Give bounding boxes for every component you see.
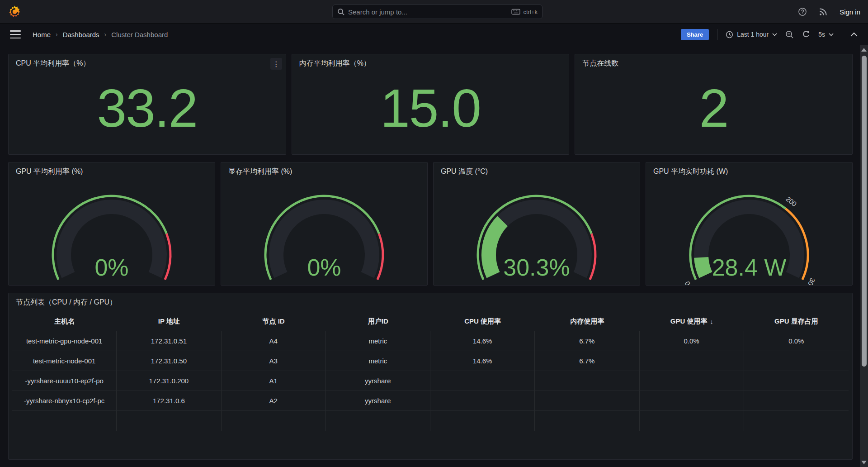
panel-title: 内存平均利用率（%） [292,54,569,71]
gauge-threshold-label: 0 [683,280,692,286]
table-cell [117,411,221,431]
table-cell [744,351,849,371]
table-row: test-metric-node-001172.31.0.50A3metric1… [12,351,849,371]
table-cell [222,411,326,431]
table-header-user-id[interactable]: 用户ID [326,312,430,331]
search-bar[interactable]: ctrl+k [332,5,542,19]
gauge-threshold-label: 300 [805,277,816,286]
table-header-gpu-usage-label: GPU 使用率 [670,317,708,326]
table-cell: -yyrshare-nbnyx10-cp2f-pc [12,391,117,410]
share-button[interactable]: Share [681,29,709,40]
refresh-interval-picker[interactable]: 5s [818,31,834,38]
panel-node-list-table: 节点列表（CPU / 内存 / GPU） 主机名 IP 地址 节点 ID 用户I… [8,293,853,460]
table-header-node-id[interactable]: 节点 ID [222,312,326,331]
gauge-panel-row: GPU 平均利用率 (%) 0% 显存平均利用率 (%) 0% GPU 温度 (… [8,162,853,286]
table-cell: A3 [222,351,326,371]
chevron-down-icon [772,33,777,36]
panel-cpu-avg-utilization: CPU 平均利用率（%） ⋮ 33.2 [8,54,286,155]
table-cell [640,391,744,410]
chevron-right-icon: › [56,31,58,38]
toolbar-divider [842,29,842,40]
chevron-right-icon: › [104,31,107,38]
dashboard-canvas: CPU 平均利用率（%） ⋮ 33.2 内存平均利用率（%） 15.0 节点在线… [8,45,853,460]
node-table: 主机名 IP 地址 节点 ID 用户ID CPU 使用率 内存使用率 GPU 使… [12,312,849,431]
panel-title: 节点在线数 [575,54,852,71]
panel-title: GPU 平均利用率 (%) [9,162,215,180]
table-cell: 172.31.0.6 [117,391,221,410]
table-row: -yyrshare-uuuu10-ep2f-po172.31.0.200A1yy… [12,371,849,391]
table-cell [535,411,639,431]
table-cell: 14.6% [430,331,535,351]
table-empty-row [12,411,849,431]
chevron-down-icon [829,33,834,36]
table-cell: test-metric-node-001 [12,351,117,371]
table-cell [535,391,639,410]
stat-panel-row: CPU 平均利用率（%） ⋮ 33.2 内存平均利用率（%） 15.0 节点在线… [8,54,853,155]
refresh-icon[interactable] [802,30,810,38]
toolbar-right-cluster: Share Last 1 hour 5s [681,29,858,40]
table-cell: -yyrshare-uuuu10-ep2f-po [12,371,117,391]
gpu-power-gauge: 020030028.4 W [646,178,853,285]
table-row: test-metric-gpu-node-001172.31.0.51A4met… [12,331,849,351]
search-input[interactable] [348,8,508,16]
panel-title: GPU 平均实时功耗 (W) [646,162,852,180]
table-cell: 172.31.0.200 [117,371,221,391]
table-cell [430,391,535,410]
panel-menu-kebab-icon[interactable]: ⋮ [270,58,282,70]
search-shortcut: ctrl+k [511,9,538,15]
news-rss-icon[interactable] [819,7,828,16]
grafana-logo-icon[interactable] [8,5,21,19]
table-header-hostname[interactable]: 主机名 [12,312,117,331]
nav-right-cluster: Sign in [798,0,860,24]
table-header-gpu-usage[interactable]: GPU 使用率 ↓ [640,312,744,331]
gauge-value: 28.4 W [712,254,787,281]
scrollbar-thumb[interactable] [862,56,867,367]
table-header-cpu-usage[interactable]: CPU 使用率 [430,312,535,331]
table-cell [430,371,535,391]
zoom-out-icon[interactable] [785,30,794,39]
gauge-value: 0% [307,254,341,281]
table-cell: A4 [222,331,326,351]
panel-vram-utilization-gauge: 显存平均利用率 (%) 0% [221,162,428,286]
gauge-threshold-label: 200 [784,195,798,208]
breadcrumb: Home › Dashboards › Cluster Dashboard [33,31,168,38]
top-nav-bar: ctrl+k Sign in [0,0,868,24]
collapse-chevron-up-icon[interactable] [850,32,858,37]
table-cell [326,411,430,431]
table-cell [640,371,744,391]
table-cell: metric [326,331,430,351]
table-cell: 6.7% [535,351,639,371]
scrollbar-down-arrow-icon[interactable] [861,461,867,464]
table-cell: metric [326,351,430,371]
vram-utilization-gauge: 0% [221,178,428,285]
scrollbar-up-arrow-icon[interactable] [861,48,867,52]
table-cell [744,371,849,391]
table-header-mem-usage[interactable]: 内存使用率 [535,312,639,331]
time-range-picker[interactable]: Last 1 hour [726,31,777,38]
table-cell: 172.31.0.50 [117,351,221,371]
gauge-value: 30.3% [503,254,570,281]
panel-gpu-utilization-gauge: GPU 平均利用率 (%) 0% [8,162,215,286]
page-scrollbar[interactable] [860,45,868,467]
table-cell [12,411,117,431]
table-cell: A2 [222,391,326,410]
table-cell: yyrshare [326,371,430,391]
keyboard-icon [511,9,520,15]
clock-icon [726,31,733,38]
shortcut-label: ctrl+k [524,9,538,15]
panel-title: GPU 温度 (°C) [434,162,640,180]
table-cell [430,411,535,431]
table-row: -yyrshare-nbnyx10-cp2f-pc172.31.0.6A2yyr… [12,391,849,411]
refresh-interval-label: 5s [818,31,825,38]
table-header-gpu-vram[interactable]: GPU 显存占用 [744,312,849,331]
table-cell: 172.31.0.51 [117,331,221,351]
menu-hamburger-icon[interactable] [10,30,21,38]
breadcrumb-dashboards[interactable]: Dashboards [63,31,99,38]
help-icon[interactable] [798,7,807,16]
panel-gpu-power-gauge: GPU 平均实时功耗 (W) 020030028.4 W [646,162,853,286]
panel-gpu-temperature-gauge: GPU 温度 (°C) 30.3% [433,162,640,286]
table-header-ip[interactable]: IP 地址 [117,312,221,331]
breadcrumb-home[interactable]: Home [33,31,51,38]
table-body: test-metric-gpu-node-001172.31.0.51A4met… [12,331,849,431]
sign-in-button[interactable]: Sign in [840,8,860,16]
